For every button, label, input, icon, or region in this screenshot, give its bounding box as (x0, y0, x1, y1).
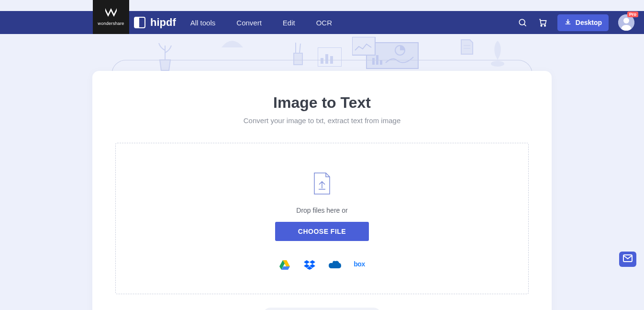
document-icon (460, 39, 474, 57)
svg-point-4 (541, 25, 542, 26)
choose-file-button[interactable]: CHOOSE FILE (275, 222, 369, 241)
cart-icon[interactable] (537, 17, 548, 28)
svg-rect-16 (352, 37, 375, 55)
svg-point-7 (623, 18, 629, 23)
wondershare-logo-icon (105, 8, 117, 19)
drop-text: Drop files here or (125, 207, 519, 214)
page-subtitle: Convert your image to txt, extract text … (115, 116, 529, 125)
nav-links: All tools Convert Edit OCR (190, 19, 332, 27)
offline-desktop-pill[interactable]: Work Offline? Try Desktop Version > (263, 308, 381, 310)
svg-rect-1 (134, 17, 139, 28)
svg-line-9 (300, 44, 300, 53)
avatar[interactable]: Pro (618, 14, 634, 31)
wondershare-text: wondershare (98, 21, 124, 26)
brand[interactable]: hipdf (134, 16, 176, 29)
brand-name: hipdf (150, 16, 176, 29)
nav-convert[interactable]: Convert (236, 19, 262, 27)
search-icon[interactable] (517, 17, 528, 28)
upload-file-icon (312, 172, 332, 195)
dropbox-icon[interactable] (304, 260, 315, 270)
download-icon (564, 18, 572, 27)
drop-zone[interactable]: Drop files here or CHOOSE FILE box (115, 143, 529, 294)
main-card: Image to Text Convert your image to txt,… (92, 71, 552, 310)
nav-edit[interactable]: Edit (283, 19, 295, 27)
svg-point-2 (519, 19, 525, 25)
svg-line-3 (524, 24, 526, 26)
mail-icon (623, 254, 633, 264)
cloud-sources: box (125, 260, 519, 270)
nav-all-tools[interactable]: All tools (190, 19, 216, 27)
hipdf-logo-icon (134, 17, 145, 28)
box-icon[interactable]: box (354, 260, 365, 270)
desktop-button[interactable]: Desktop (557, 14, 609, 31)
pro-badge: Pro (627, 11, 638, 17)
onedrive-icon[interactable] (329, 260, 340, 270)
feedback-button[interactable] (619, 252, 636, 267)
svg-point-17 (395, 46, 405, 55)
lamp-icon (219, 38, 245, 54)
nav-right: Desktop Pro (517, 14, 634, 31)
google-drive-icon[interactable] (279, 260, 290, 270)
page-title: Image to Text (115, 94, 529, 112)
desktop-label: Desktop (576, 19, 602, 26)
svg-point-5 (544, 25, 546, 26)
wondershare-logo-block[interactable]: wondershare (93, 0, 129, 34)
nav-ocr[interactable]: OCR (316, 19, 332, 27)
